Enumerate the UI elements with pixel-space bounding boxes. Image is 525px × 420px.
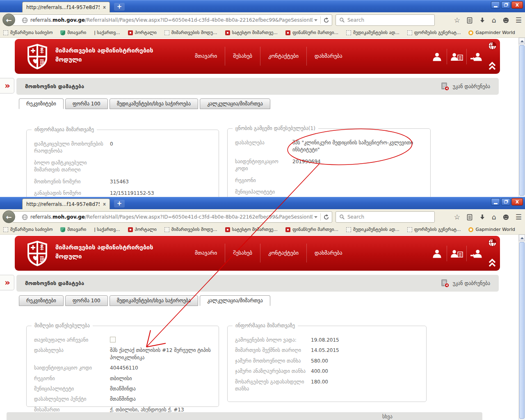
new-tab-button[interactable]: + (114, 200, 125, 208)
nav-link[interactable]: დახმარება (306, 47, 350, 66)
nav-link[interactable]: დახმარება (306, 244, 350, 262)
bookmark-item[interactable]: | საქართვ... (94, 227, 120, 232)
scrollbar-thumb[interactable] (519, 242, 525, 419)
tab-calculation[interactable]: კალკულაცია/მიმართვა (200, 295, 270, 306)
bookmark-item[interactable]: ფინანსური მართვი... (285, 227, 338, 232)
user-list-icon[interactable] (447, 49, 466, 64)
page-scrollbar[interactable] (518, 235, 525, 420)
field-label: თავისუფალი არჩევანი (34, 337, 110, 344)
bookmark-item[interactable]: ფორმების გენერატ... (407, 227, 461, 232)
reload-icon[interactable] (323, 17, 329, 23)
bookmark-favicon (128, 30, 133, 35)
panel-expand-button[interactable]: » (0, 275, 14, 290)
hello-smiley-icon[interactable] (502, 17, 509, 24)
url-dropdown-icon[interactable] (314, 216, 317, 218)
bookmark-item[interactable]: ფორმების გენერატ... (407, 30, 461, 35)
tab-requisites[interactable]: რეკვიზიტები (19, 295, 64, 306)
home-icon[interactable]: ⌂ (492, 17, 496, 24)
user-list-icon[interactable] (447, 246, 466, 261)
bookmark-item[interactable]: მეწარმეთა საძიებო (3, 227, 52, 232)
panel-expand-button[interactable]: » (0, 78, 14, 94)
browser-tab[interactable]: http://referrals...f14-957e8d753363 x (22, 199, 110, 209)
bookmark-item[interactable]: პორტალი (128, 227, 157, 232)
nav-link[interactable]: კონტაქტები (260, 47, 306, 66)
downloads-icon[interactable] (479, 214, 486, 220)
browser-tab[interactable]: http://referrals...f14-957e8d753363 x (22, 2, 110, 12)
minimize-button[interactable] (491, 198, 500, 205)
fieldset-referral-info: ინფორმაცია მიმართვაზე დამტკიცებული მოთხო… (26, 130, 219, 197)
scroll-up-button[interactable] (519, 235, 525, 241)
bookmark-item[interactable]: მიმართვების მოდუ... (164, 227, 217, 232)
tab-calculation[interactable]: კალკულაცია/მიმართვა (200, 98, 270, 109)
scrollbar-thumb[interactable] (519, 45, 525, 196)
bookmark-item[interactable]: Gapminder World (468, 30, 515, 35)
bookmark-label: მედიკამენტების ად... (353, 227, 399, 232)
bookmark-item[interactable]: მთავარი (60, 30, 86, 35)
url-bar[interactable]: referrals.moh.gov.ge/ReferralsHall/Pages… (12, 14, 332, 26)
window-controls: X (491, 198, 523, 205)
bookmark-item[interactable]: მედიკამენტების ად... (346, 30, 399, 35)
home-icon[interactable]: ⌂ (492, 214, 496, 221)
bookmark-item[interactable]: მთავარი (60, 227, 86, 232)
url-dropdown-icon[interactable] (314, 19, 317, 21)
language-globe-icon[interactable] (488, 238, 497, 247)
user-icon[interactable] (427, 49, 447, 64)
back-button[interactable]: ← (2, 210, 15, 223)
library-icon[interactable] (466, 17, 473, 24)
search-input[interactable] (347, 214, 431, 220)
tab-close-icon[interactable]: x (103, 5, 106, 9)
bookmark-item[interactable]: მიმართვების მოდუ... (164, 30, 217, 35)
user-login-icon[interactable] (466, 246, 486, 261)
close-button[interactable]: X (511, 198, 523, 205)
library-icon[interactable] (466, 214, 473, 221)
nav-link[interactable]: მთავარი (187, 47, 225, 66)
search-bar[interactable] (336, 211, 435, 223)
close-button[interactable]: X (511, 1, 523, 9)
url-bar[interactable]: referrals.moh.gov.ge/ReferralsHall/Pages… (12, 211, 332, 223)
bookmark-item[interactable]: Gapminder World (468, 227, 515, 232)
bookmark-item[interactable]: მეწარმეთა საძიებო (3, 30, 52, 35)
tab-medications[interactable]: მედიკამენტები/სხვა საჭიროება (110, 98, 198, 109)
nav-link[interactable]: შესახებ (225, 47, 260, 66)
back-button[interactable]: ← (2, 14, 15, 26)
bookmark-item[interactable]: პორტალი (128, 30, 157, 35)
menu-icon[interactable]: ☰ (516, 17, 522, 24)
back-return-button[interactable]: უკან დაბრუნება (441, 279, 490, 288)
search-input[interactable] (347, 17, 431, 23)
user-icon[interactable] (427, 246, 447, 261)
tab-form100[interactable]: ფორმა 100 (65, 98, 108, 109)
bookmark-item[interactable]: მედიკამენტების ად... (346, 227, 399, 232)
downloads-icon[interactable] (479, 17, 486, 23)
back-return-button[interactable]: უკან დაბრუნება (441, 82, 490, 91)
page-scrollbar[interactable] (518, 38, 525, 197)
minimize-button[interactable] (491, 1, 500, 9)
restore-button[interactable] (501, 198, 510, 205)
reload-icon[interactable] (323, 214, 329, 220)
menu-icon[interactable]: ☰ (516, 214, 522, 221)
bookmark-item[interactable]: სატესტო მიმართვე... (225, 30, 278, 35)
tab-medications[interactable]: მედიკამენტები/სხვა საჭიროება (110, 295, 198, 306)
scroll-up-button[interactable] (519, 38, 525, 44)
collapse-chevron-icon[interactable] (488, 258, 497, 268)
tab-form100[interactable]: ფორმა 100 (65, 295, 108, 306)
bookmark-item[interactable]: ფინანსური მართვი... (285, 30, 338, 35)
site-title: მიმართვების ადმინისტრირების მოდული (55, 243, 170, 261)
restore-button[interactable] (501, 1, 510, 9)
bookmark-item[interactable]: | საქართვ... (94, 30, 120, 35)
nav-link[interactable]: კონტაქტები (260, 244, 306, 262)
tab-requisites[interactable]: რეკვიზიტები (19, 98, 64, 109)
bookmark-star-icon[interactable]: ☆ (454, 17, 460, 24)
language-globe-icon[interactable] (488, 41, 497, 50)
collapse-chevron-icon[interactable] (488, 61, 497, 71)
bookmark-label: Gapminder World (475, 227, 515, 232)
free-choice-checkbox[interactable] (110, 337, 116, 342)
new-tab-button[interactable]: + (114, 3, 125, 11)
user-login-icon[interactable] (466, 49, 486, 64)
bookmark-star-icon[interactable]: ☆ (454, 214, 460, 221)
nav-link[interactable]: მთავარი (187, 244, 225, 262)
tab-close-icon[interactable]: x (103, 202, 106, 206)
nav-link[interactable]: შესახებ (225, 244, 260, 262)
bookmark-item[interactable]: სატესტო მიმართვე... (225, 227, 278, 232)
search-bar[interactable] (336, 14, 435, 26)
hello-smiley-icon[interactable] (502, 214, 509, 221)
